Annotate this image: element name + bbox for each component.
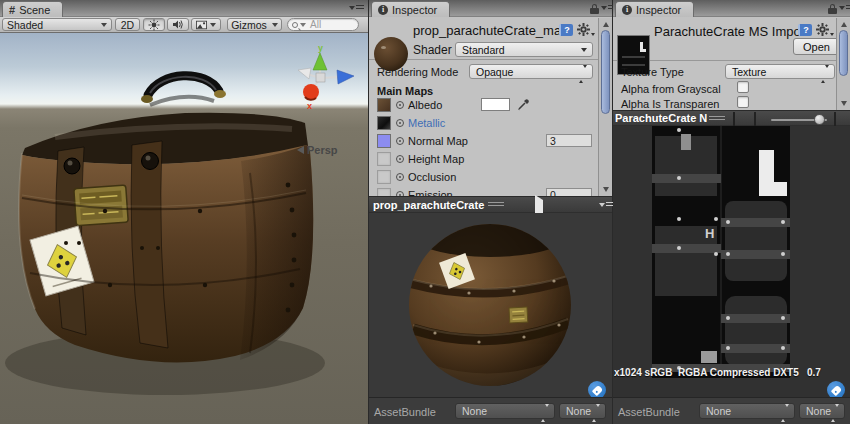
- sun-icon: [148, 19, 160, 31]
- lock-icon[interactable]: [590, 4, 599, 14]
- emission-value-field[interactable]: 0: [546, 188, 592, 196]
- tab-scene[interactable]: # Scene: [2, 1, 63, 17]
- gizmos-dropdown[interactable]: Gizmos: [227, 18, 282, 31]
- material-header: prop_parachuteCrate_mat ? Shader Standar…: [369, 17, 612, 60]
- inspector-scrollbar[interactable]: [598, 18, 612, 196]
- scrollbar-thumb[interactable]: [839, 30, 848, 76]
- scroll-up-arrow[interactable]: [841, 22, 847, 27]
- assetbundle-variant-dropdown[interactable]: None: [799, 403, 845, 419]
- shader-dropdown[interactable]: Standard: [455, 42, 593, 57]
- lock-icon[interactable]: [828, 4, 837, 14]
- normal-map-texture-thumb[interactable]: [377, 134, 391, 148]
- object-picker-icon[interactable]: [396, 173, 404, 181]
- help-icon[interactable]: ?: [559, 24, 573, 36]
- material-preview-header[interactable]: prop_parachuteCrate: [369, 196, 612, 213]
- help-icon[interactable]: ?: [798, 24, 812, 36]
- map-row-height[interactable]: Height Map: [369, 151, 598, 169]
- scroll-down-arrow[interactable]: [841, 101, 847, 106]
- image-icon: [196, 20, 207, 30]
- material-inspector-tabbar: i Inspector: [369, 0, 612, 17]
- rendering-mode-dropdown[interactable]: Opaque: [469, 64, 593, 79]
- chevron-down-icon: [300, 23, 306, 27]
- axis-y-cone: [313, 53, 327, 70]
- 2d-toggle-button[interactable]: 2D: [115, 18, 140, 31]
- chevron-down-icon: [581, 48, 587, 52]
- inspector-tab-icon: i: [378, 5, 388, 15]
- tab-inspector-material[interactable]: i Inspector: [371, 1, 450, 17]
- tag-icon: [591, 384, 602, 395]
- shading-mode-dropdown[interactable]: Shaded: [2, 18, 112, 31]
- scene-panel-menu-icon[interactable]: [349, 5, 364, 11]
- alpha-from-grayscale-checkbox[interactable]: [737, 81, 749, 93]
- texture-preview-viewport[interactable]: H: [613, 126, 850, 397]
- scene-panel: # Scene Shaded 2D: [0, 0, 368, 424]
- perspective-mode-label[interactable]: Persp: [297, 144, 338, 156]
- shader-label: Shader: [413, 43, 452, 57]
- map-row-albedo[interactable]: Albedo: [369, 97, 598, 115]
- preview-menu-icon[interactable]: [599, 202, 614, 208]
- inspector-scrollbar[interactable]: [836, 18, 850, 110]
- object-picker-icon[interactable]: [396, 137, 404, 145]
- gizmos-label: Gizmos: [231, 19, 267, 31]
- map-row-metallic[interactable]: Metallic: [369, 115, 598, 133]
- eyedropper-icon[interactable]: [516, 98, 530, 112]
- preview-drag-handle[interactable]: [488, 202, 504, 207]
- scene-tabbar: # Scene: [0, 0, 368, 17]
- texture-inspector-panel: i Inspector ParachuteCrate MS Import ?: [613, 0, 850, 424]
- alpha-is-transparent-label: Alpha Is Transparen: [621, 98, 719, 110]
- assetbundle-name-dropdown[interactable]: None: [455, 403, 555, 419]
- normal-map-scale-field[interactable]: 3: [546, 134, 592, 147]
- object-picker-icon[interactable]: [396, 119, 404, 127]
- lighting-toggle-button[interactable]: [143, 18, 165, 31]
- assetbundle-variant-dropdown[interactable]: None: [559, 403, 606, 419]
- scrollbar-thumb[interactable]: [601, 30, 610, 114]
- scroll-down-arrow[interactable]: [603, 187, 609, 192]
- enum-arrows-icon: [579, 68, 587, 80]
- assetbundle-name-dropdown[interactable]: None: [699, 403, 795, 419]
- occlusion-texture-thumb[interactable]: [377, 170, 391, 184]
- enum-arrows-icon: [541, 407, 549, 419]
- chevron-down-icon: [210, 23, 216, 27]
- map-row-occlusion[interactable]: Occlusion: [369, 169, 598, 187]
- scene-search-input[interactable]: All: [287, 18, 359, 31]
- material-preview-title: prop_parachuteCrate: [369, 199, 484, 211]
- map-row-emission[interactable]: Emission 0: [369, 187, 598, 196]
- texture-type-dropdown[interactable]: Texture: [725, 64, 835, 79]
- texture-preview-header[interactable]: ParachuteCrate N: [613, 110, 850, 126]
- mip-slider-knob[interactable]: [814, 114, 825, 125]
- object-picker-icon[interactable]: [396, 101, 404, 109]
- alpha-is-transparent-checkbox[interactable]: [737, 96, 749, 108]
- audio-toggle-button[interactable]: [167, 18, 189, 31]
- search-filter-value: All: [310, 19, 321, 30]
- gear-icon[interactable]: [577, 23, 595, 36]
- persp-wedge-icon: [297, 146, 304, 154]
- albedo-texture-thumb[interactable]: [377, 98, 391, 112]
- inspector-tab-icon: i: [622, 5, 632, 15]
- gear-icon[interactable]: [816, 23, 834, 36]
- scene-viewport[interactable]: y x Persp: [0, 33, 368, 424]
- scene-tab-icon: #: [9, 4, 15, 16]
- material-preview-viewport[interactable]: [369, 213, 612, 397]
- preview-drag-handle[interactable]: [709, 116, 725, 121]
- main-maps-list: Albedo Metallic Normal Map 3 Height Map: [369, 97, 598, 196]
- effects-toggle-button[interactable]: [191, 18, 221, 31]
- inspector-panel-menu-icon[interactable]: [839, 5, 850, 11]
- scroll-up-arrow[interactable]: [603, 22, 609, 27]
- assetbundle-label: AssetBundle: [618, 406, 680, 418]
- metallic-texture-thumb[interactable]: [377, 116, 391, 130]
- tab-inspector-texture[interactable]: i Inspector: [615, 1, 694, 17]
- texture-import-header: ParachuteCrate MS Import ? Open: [613, 17, 850, 61]
- open-button[interactable]: Open: [793, 38, 840, 55]
- scene-orientation-gizmo[interactable]: y x: [292, 42, 356, 110]
- rendering-mode-label: Rendering Mode: [377, 66, 458, 78]
- albedo-color-swatch[interactable]: [481, 98, 510, 111]
- map-row-normal[interactable]: Normal Map 3: [369, 133, 598, 151]
- height-map-texture-thumb[interactable]: [377, 152, 391, 166]
- axis-z-cone: [337, 70, 354, 84]
- texture-type-label: Texture Type: [621, 66, 684, 78]
- main-maps-heading: Main Maps: [377, 85, 433, 97]
- emission-texture-thumb[interactable]: [377, 188, 391, 196]
- chevron-down-icon: [272, 23, 278, 27]
- object-picker-icon[interactable]: [396, 155, 404, 163]
- texture-info-line: x1024 sRGB RGBA Compressed DXT5 0.7: [614, 367, 848, 378]
